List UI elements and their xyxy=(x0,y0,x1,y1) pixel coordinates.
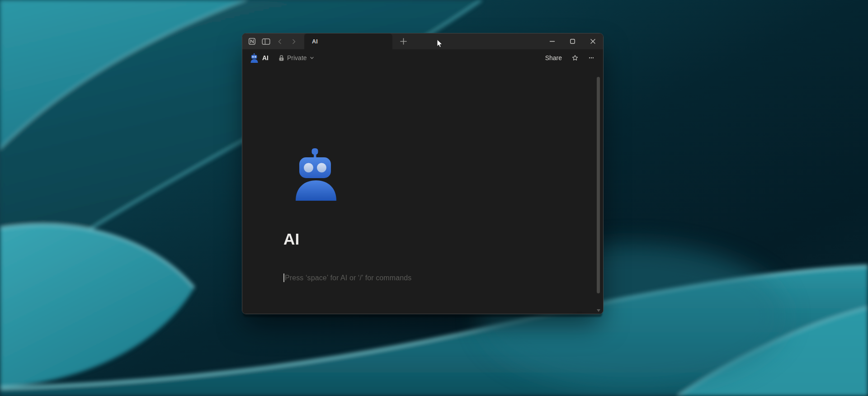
window-controls xyxy=(542,33,603,49)
page-content: AI Press ‘space’ for AI or ‘/’ for comma… xyxy=(242,66,603,314)
maximize-icon xyxy=(569,38,576,45)
chevron-right-icon xyxy=(291,38,297,45)
page-topbar: AI Private Share xyxy=(242,49,603,66)
minimize-icon xyxy=(549,38,556,45)
new-tab-button[interactable] xyxy=(396,33,410,49)
favorite-button[interactable] xyxy=(569,52,581,64)
more-options-button[interactable] xyxy=(585,52,597,64)
desktop: { "titlebar": { "tab_label": "AI" }, "to… xyxy=(0,0,868,396)
notion-logo-icon[interactable] xyxy=(247,37,257,47)
robot-icon xyxy=(293,148,339,201)
page-title[interactable]: AI xyxy=(283,230,299,248)
minimize-button[interactable] xyxy=(542,33,562,49)
page-icon-button[interactable] xyxy=(293,148,339,201)
forward-button[interactable] xyxy=(289,37,299,47)
breadcrumb-page-title: AI xyxy=(262,54,269,61)
window-titlebar[interactable]: AI xyxy=(242,33,603,49)
close-button[interactable] xyxy=(583,33,603,49)
sidebar-toggle-icon[interactable] xyxy=(261,37,271,47)
text-caret xyxy=(283,273,284,282)
robot-icon xyxy=(250,53,259,63)
back-button[interactable] xyxy=(275,37,285,47)
scrollbar[interactable] xyxy=(596,66,601,314)
privacy-label: Private xyxy=(287,54,307,61)
share-button[interactable]: Share xyxy=(542,53,565,63)
lock-icon xyxy=(278,55,284,61)
chevron-left-icon xyxy=(277,38,283,45)
tab-label: AI xyxy=(312,38,318,45)
tab-ai[interactable]: AI xyxy=(304,33,392,49)
star-icon xyxy=(572,54,578,62)
editor-empty-block[interactable]: Press ‘space’ for AI or ‘/’ for commands xyxy=(283,273,411,282)
titlebar-drag-region[interactable] xyxy=(410,33,542,49)
notion-ai-button[interactable] xyxy=(569,314,590,314)
ellipsis-icon xyxy=(588,54,594,62)
mouse-cursor-icon xyxy=(437,39,443,48)
chevron-down-icon xyxy=(310,56,314,60)
plus-icon xyxy=(400,38,407,45)
scroll-down-arrow[interactable] xyxy=(597,309,600,312)
scrollbar-thumb[interactable] xyxy=(597,77,600,293)
notion-window: AI xyxy=(242,33,604,314)
privacy-dropdown[interactable]: Private xyxy=(277,53,316,63)
titlebar-left-controls xyxy=(242,33,304,49)
close-icon xyxy=(590,38,596,45)
breadcrumb[interactable]: AI xyxy=(248,52,270,64)
maximize-button[interactable] xyxy=(562,33,583,49)
topbar-actions: Share xyxy=(542,52,597,64)
editor-placeholder: Press ‘space’ for AI or ‘/’ for commands xyxy=(285,274,411,282)
